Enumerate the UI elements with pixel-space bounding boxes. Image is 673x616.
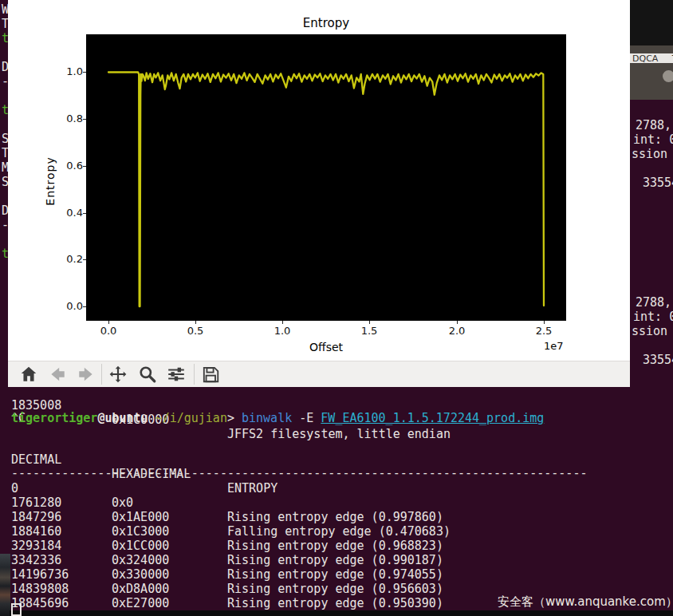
- table-row: 3293184 0x324000 Rising entropy edge (0.…: [11, 524, 657, 537]
- y-tick-label: 1.0: [54, 65, 83, 77]
- subplots-icon[interactable]: [167, 365, 187, 384]
- table-header-row: DECIMAL HEXADECIMAL ENTROPY: [11, 438, 657, 451]
- terminal-fragment: int: 0: [633, 132, 673, 147]
- plot-canvas[interactable]: [86, 34, 566, 321]
- prompt-filename: FW_EA6100_1.1.5.172244_prod.img: [321, 411, 544, 425]
- x-tick-label: 2.0: [445, 325, 469, 337]
- save-icon[interactable]: [201, 365, 222, 384]
- x-tick-mark: [282, 321, 283, 324]
- y-tick-label: 0.2: [54, 253, 83, 265]
- y-tick-label: 0.4: [54, 207, 83, 219]
- terminal-fragment: ssion t: [632, 147, 673, 161]
- terminal-fragment: 2788,: [636, 295, 671, 310]
- prompt-args: -E: [292, 411, 321, 425]
- toolbar-separator: [194, 364, 195, 385]
- background-window-tab[interactable]: DQCA T: [630, 53, 673, 63]
- y-tick-label: 0.0: [54, 300, 83, 312]
- table-row: 0 0x0 Rising entropy edge (0.997860): [11, 467, 657, 480]
- x-tick-mark: [457, 321, 458, 324]
- terminal-fragment: 2788,: [636, 118, 671, 132]
- background-window-button[interactable]: [663, 70, 673, 82]
- toolbar-separator: [101, 364, 102, 385]
- terminal-fragment: int: 0: [633, 310, 673, 324]
- prompt-command: binwalk: [242, 411, 292, 425]
- matplotlib-figure-window: Entropy Entropy 1.0 0.8 0.6 0.4 0.2 0.0 …: [8, 0, 630, 386]
- terminal-fragment: ssion t: [632, 324, 673, 338]
- table-row: 1847296 0x1C3000 Rising entropy edge (0.…: [11, 496, 657, 508]
- back-icon[interactable]: [48, 365, 69, 384]
- interrupt-line: ^C: [11, 397, 657, 409]
- terminal-cursor: [11, 603, 22, 616]
- pan-icon[interactable]: [108, 365, 129, 384]
- x-tick-mark: [195, 321, 196, 324]
- terminal-fragment: 33554: [643, 353, 673, 367]
- prompt-user: tigerortiger: [11, 411, 97, 425]
- y-tick-label: 0.8: [54, 113, 83, 124]
- y-tick-label: 0.6: [54, 160, 83, 172]
- x-tick-label: 2.5: [532, 325, 556, 337]
- x-tick-mark: [108, 321, 109, 324]
- table-row: 14196736 0xD8A000 Rising entropy edge (0…: [11, 553, 657, 566]
- table-row: 14839808 0xE27000 Rising entropy edge (0…: [11, 567, 657, 580]
- table-row: 1761280 0x1AE000 Falling entropy edge (0…: [11, 481, 657, 494]
- axis-offset-text: 1e7: [544, 340, 576, 352]
- background-window-dark-area: [630, 0, 673, 45]
- bottom-edge-bar: [10, 610, 673, 616]
- x-tick-label: 1.0: [270, 325, 294, 337]
- x-tick-label: 0.0: [96, 325, 120, 337]
- table-separator: ----------------------------------------…: [11, 452, 657, 464]
- terminal-fragment: 33554: [643, 176, 673, 190]
- entropy-line-svg: [86, 34, 566, 321]
- table-row: 18845696 0x11F9000 Rising entropy edge (…: [11, 582, 657, 594]
- shell-prompt: tigerortiger@ubuntu ~/i/gujian> binwalk …: [11, 411, 544, 440]
- zoom-icon[interactable]: [138, 365, 159, 384]
- x-tick-label: 0.5: [183, 325, 207, 337]
- chart-title: Entropy: [246, 16, 406, 30]
- prompt-path: ~/i/gujian: [148, 411, 227, 425]
- table-row: 3342336 0x330000 Rising entropy edge (0.…: [11, 539, 657, 551]
- background-tab-label: DQCA T: [632, 53, 673, 63]
- matplotlib-toolbar: [8, 361, 630, 387]
- home-icon[interactable]: [19, 365, 40, 384]
- anquanke-watermark: 安全客（www.anquanke.com）: [498, 594, 673, 610]
- x-tick-mark: [544, 321, 545, 324]
- x-axis-label: Offset: [301, 341, 352, 353]
- x-tick-mark: [369, 321, 370, 324]
- table-row: 1884160 0x1CC000 Rising entropy edge (0.…: [11, 510, 657, 523]
- entropy-line: [108, 73, 544, 307]
- x-tick-label: 1.5: [357, 325, 381, 337]
- prompt-symbol: >: [227, 411, 242, 425]
- prompt-host: @ubuntu: [97, 411, 148, 425]
- forward-icon[interactable]: [77, 365, 97, 384]
- wallpaper-sliver: [0, 554, 10, 616]
- screen: W T t D - t S T M S D - t DQCA T 2788, i…: [0, 0, 673, 616]
